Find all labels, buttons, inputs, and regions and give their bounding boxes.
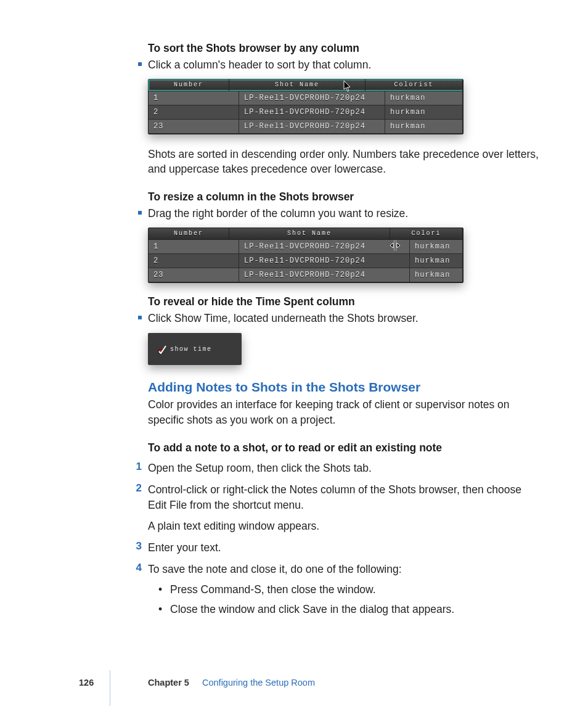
cell-number: 23: [149, 268, 239, 282]
step-4-text: To save the note and close it, do one of…: [148, 563, 402, 575]
cell-shot-name: LP-Reel1-DVCPROHD-720p24: [239, 268, 410, 282]
cell-shot-name: LP-Reel1-DVCPROHD-720p24: [239, 254, 410, 268]
table-row: 2 LP-Reel1-DVCPROHD-720p24 hurkman: [149, 105, 463, 120]
cell-number: 2: [149, 105, 239, 119]
cell-colorist: hurkman: [410, 268, 463, 282]
cell-number: 1: [149, 91, 239, 105]
cell-shot-name: LP-Reel1-DVCPROHD-720p24: [239, 91, 385, 105]
bullet-sort: Click a column's header to sort by that …: [148, 57, 539, 73]
step-3: 3 Enter your text.: [148, 540, 539, 556]
cell-shot-name: LP-Reel1-DVCPROHD-720p24: [239, 105, 385, 119]
bullet-square-icon: [138, 62, 142, 66]
paragraph-sort-desc: Shots are sorted in descending order onl…: [148, 147, 539, 178]
cell-shot-name: LP-Reel1-DVCPROHD-720p24: [239, 240, 410, 253]
sub-bullet-a: Press Command-S, then close the window.: [159, 582, 454, 597]
table-row: 23 LP-Reel1-DVCPROHD-720p24 hurkman: [149, 268, 463, 282]
step-2-text: Control-click or right-click the Notes c…: [148, 483, 521, 511]
sub-bullet-text: Press Command-S, then close the window.: [170, 582, 376, 597]
column-header-colorist: Colori: [390, 228, 463, 239]
step-2: 2 Control-click or right-click the Notes…: [148, 482, 539, 535]
step-number: 4: [132, 562, 142, 622]
page: To sort the Shots browser by any column …: [0, 0, 588, 706]
step-1: 1 Open the Setup room, then click the Sh…: [148, 461, 539, 476]
heading-add-note: To add a note to a shot, or to read or e…: [148, 441, 539, 454]
cell-number: 1: [149, 240, 239, 253]
chapter-title: Configuring the Setup Room: [202, 678, 315, 688]
step-number: 2: [132, 482, 142, 535]
step-body: Enter your text.: [148, 540, 221, 556]
step-body: Control-click or right-click the Notes c…: [148, 482, 539, 535]
bullet-square-icon: [138, 211, 142, 215]
sub-bullet-text: Close the window and click Save in the d…: [170, 602, 454, 617]
heading-sort: To sort the Shots browser by any column: [148, 42, 539, 55]
shots-browser-screenshot-1: Number Shot Name Colorist 1 LP-Reel1-DVC…: [148, 79, 463, 134]
shots-browser-screenshot-2: Number Shot Name Colori 1 LP-Reel1-DVCPR…: [148, 228, 463, 283]
cell-colorist: hurkman: [410, 254, 463, 268]
bullet-dot-icon: [159, 602, 164, 617]
table-header-row: Number Shot Name Colori: [149, 228, 463, 240]
footer-vertical-rule: [110, 670, 110, 706]
table-row: 1 LP-Reel1-DVCPROHD-720p24 hurkman: [149, 91, 463, 105]
show-time-label: show time: [170, 346, 212, 353]
cell-colorist: hurkman: [385, 91, 463, 105]
heading-adding-notes: Adding Notes to Shots in the Shots Brows…: [148, 380, 539, 395]
step-body: To save the note and close it, do one of…: [148, 562, 454, 622]
bullet-resize: Drag the right border of the column you …: [148, 206, 539, 221]
show-time-screenshot: show time: [148, 333, 242, 365]
table-header-row: Number Shot Name Colorist: [149, 80, 463, 91]
checkmark-icon: [158, 345, 165, 353]
bullet-text: Drag the right border of the column you …: [148, 206, 408, 221]
step-number: 1: [132, 461, 142, 476]
column-header-number: Number: [149, 80, 229, 91]
column-header-number: Number: [149, 228, 229, 239]
heading-resize: To resize a column in the Shots browser: [148, 191, 539, 203]
step-body: Open the Setup room, then click the Shot…: [148, 461, 372, 476]
bullet-dot-icon: [159, 582, 164, 597]
bullet-square-icon: [138, 316, 142, 319]
step-2-after: A plain text editing window appears.: [148, 520, 319, 532]
chapter-label: Chapter 5: [148, 678, 189, 688]
table-row: 2 LP-Reel1-DVCPROHD-720p24 hurkman: [149, 254, 463, 268]
cell-colorist: hurkman: [385, 120, 463, 133]
column-header-colorist: Colorist: [365, 80, 463, 91]
table-row: 1 LP-Reel1-DVCPROHD-720p24 hurkman: [149, 240, 463, 254]
bullet-text: Click a column's header to sort by that …: [148, 57, 371, 73]
bullet-text: Click Show Time, located underneath the …: [148, 311, 419, 326]
cell-shot-name: LP-Reel1-DVCPROHD-720p24: [239, 120, 385, 133]
sub-bullet-b: Close the window and click Save in the d…: [159, 602, 454, 617]
table-row: 23 LP-Reel1-DVCPROHD-720p24 hurkman: [149, 120, 463, 134]
bullet-reveal: Click Show Time, located underneath the …: [148, 311, 539, 326]
column-header-shot-name: Shot Name: [229, 80, 365, 91]
column-header-shot-name: Shot Name: [229, 228, 390, 239]
step-number: 3: [132, 540, 142, 556]
page-number: 126: [79, 678, 94, 688]
heading-reveal: To reveal or hide the Time Spent column: [148, 295, 539, 308]
cell-colorist: hurkman: [410, 240, 463, 253]
step-4: 4 To save the note and close it, do one …: [148, 562, 539, 622]
paragraph-notes-intro: Color provides an interface for keeping …: [148, 397, 539, 428]
cell-number: 23: [149, 120, 239, 133]
cell-colorist: hurkman: [385, 105, 463, 119]
cell-number: 2: [149, 254, 239, 268]
